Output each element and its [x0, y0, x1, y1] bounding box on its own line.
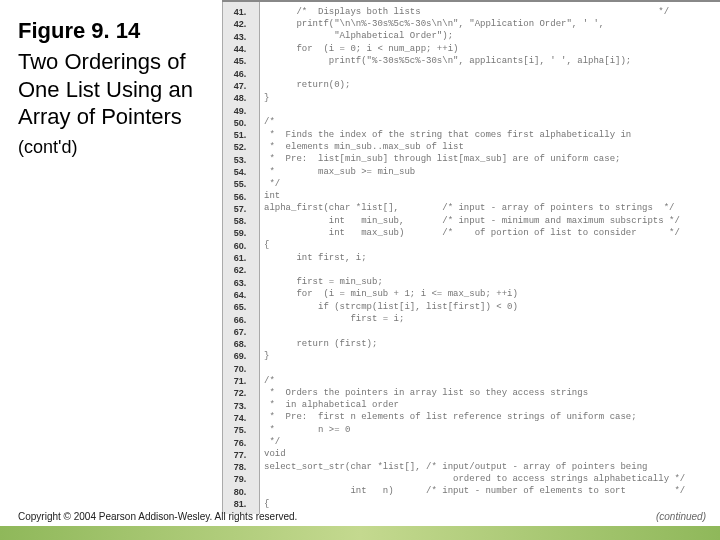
line-number: 53.: [222, 155, 258, 165]
code-text: * elements min_sub..max_sub of list: [258, 142, 464, 153]
code-text: int: [258, 191, 280, 202]
code-line: 53. * Pre: list[min_sub] through list[ma…: [222, 154, 720, 166]
code-text: first = min_sub;: [258, 277, 383, 288]
code-text: for (i = 0; i < num_app; ++i): [258, 44, 458, 55]
code-text: first = i;: [258, 314, 404, 325]
code-lines: 41. /* Displays both lists */42. printf(…: [222, 6, 720, 510]
line-number: 63.: [222, 278, 258, 288]
code-text: * Pre: list[min_sub] through list[max_su…: [258, 154, 620, 165]
code-line: 52. * elements min_sub..max_sub of list: [222, 141, 720, 153]
code-line: 80. int n) /* input - number of elements…: [222, 486, 720, 498]
code-line: 41. /* Displays both lists */: [222, 6, 720, 18]
code-text: {: [258, 240, 269, 251]
line-number: 42.: [222, 19, 258, 29]
code-line: 43. "Alphabetical Order");: [222, 31, 720, 43]
line-number: 46.: [222, 69, 258, 79]
code-line: 62.: [222, 264, 720, 276]
line-number: 81.: [222, 499, 258, 509]
code-text: * in alphabetical order: [258, 400, 399, 411]
code-text: }: [258, 93, 269, 104]
code-line: 47. return(0);: [222, 80, 720, 92]
line-number: 72.: [222, 388, 258, 398]
line-number: 78.: [222, 462, 258, 472]
line-number: 60.: [222, 241, 258, 251]
code-line: 69.}: [222, 350, 720, 362]
code-line: 42. printf("\n\n%-30s%5c%-30s\n\n", "App…: [222, 18, 720, 30]
code-line: 50./*: [222, 117, 720, 129]
line-number: 55.: [222, 179, 258, 189]
code-line: 48.}: [222, 92, 720, 104]
code-text: }: [258, 351, 269, 362]
line-number: 61.: [222, 253, 258, 263]
code-line: 57.alpha_first(char *list[], /* input - …: [222, 203, 720, 215]
code-line: 56.int: [222, 190, 720, 202]
line-number: 49.: [222, 106, 258, 116]
line-number: 43.: [222, 32, 258, 42]
code-text: * Orders the pointers in array list so t…: [258, 388, 588, 399]
code-line: 66. first = i;: [222, 313, 720, 325]
line-number: 54.: [222, 167, 258, 177]
line-number: 67.: [222, 327, 258, 337]
code-text: * Finds the index of the string that com…: [258, 130, 631, 141]
code-line: 60.{: [222, 240, 720, 252]
line-number: 71.: [222, 376, 258, 386]
code-line: 61. int first, i;: [222, 252, 720, 264]
code-line: 74. * Pre: first n elements of list refe…: [222, 412, 720, 424]
code-line: 70.: [222, 363, 720, 375]
code-line: 63. first = min_sub;: [222, 277, 720, 289]
code-line: 65. if (strcmp(list[i], list[first]) < 0…: [222, 301, 720, 313]
code-line: 64. for (i = min_sub + 1; i <= max_sub; …: [222, 289, 720, 301]
code-text: int first, i;: [258, 253, 367, 264]
code-line: 78.select_sort_str(char *list[], /* inpu…: [222, 461, 720, 473]
code-text: int min_sub, /* input - minimum and maxi…: [258, 216, 680, 227]
line-number: 65.: [222, 302, 258, 312]
code-line: 71./*: [222, 375, 720, 387]
code-text: /* Displays both lists */: [258, 7, 669, 18]
code-line: 73. * in alphabetical order: [222, 400, 720, 412]
code-panel: 41. /* Displays both lists */42. printf(…: [222, 0, 720, 514]
code-text: alpha_first(char *list[], /* input - arr…: [258, 203, 674, 214]
code-line: 44. for (i = 0; i < num_app; ++i): [222, 43, 720, 55]
line-number: 68.: [222, 339, 258, 349]
line-number: 52.: [222, 142, 258, 152]
figure-title-block: Figure 9. 14 Two Orderings of One List U…: [18, 18, 208, 158]
code-text: int max_sub) /* of portion of list to co…: [258, 228, 680, 239]
code-text: printf("%-30s%5c%-30s\n", applicants[i],…: [258, 56, 631, 67]
code-line: 54. * max_sub >= min_sub: [222, 166, 720, 178]
line-number: 66.: [222, 315, 258, 325]
copyright-text: Copyright © 2004 Pearson Addison-Wesley.…: [18, 511, 297, 522]
line-number: 79.: [222, 474, 258, 484]
code-text: * Pre: first n elements of list referenc…: [258, 412, 637, 423]
code-line: 81.{: [222, 498, 720, 510]
code-text: ordered to access strings alphabetically…: [258, 474, 685, 485]
figure-continued: (cont'd): [18, 137, 208, 158]
line-number: 51.: [222, 130, 258, 140]
code-text: */: [258, 437, 280, 448]
line-number: 77.: [222, 450, 258, 460]
code-text: /*: [258, 376, 275, 387]
line-number: 74.: [222, 413, 258, 423]
line-number: 73.: [222, 401, 258, 411]
line-number: 64.: [222, 290, 258, 300]
code-text: "Alphabetical Order");: [258, 31, 453, 42]
code-text: * max_sub >= min_sub: [258, 167, 415, 178]
code-line: 77.void: [222, 449, 720, 461]
page-continued-note: (continued): [656, 511, 706, 522]
code-line: 59. int max_sub) /* of portion of list t…: [222, 227, 720, 239]
code-line: 51. * Finds the index of the string that…: [222, 129, 720, 141]
code-text: /*: [258, 117, 275, 128]
line-number: 56.: [222, 192, 258, 202]
line-number: 80.: [222, 487, 258, 497]
code-text: * n >= 0: [258, 425, 350, 436]
line-number: 57.: [222, 204, 258, 214]
code-text: {: [258, 499, 269, 510]
code-line: 49.: [222, 104, 720, 116]
footer-accent-bar: [0, 526, 720, 540]
code-text: return (first);: [258, 339, 377, 350]
code-line: 55. */: [222, 178, 720, 190]
code-line: 46.: [222, 67, 720, 79]
line-number: 59.: [222, 228, 258, 238]
code-line: 45. printf("%-30s%5c%-30s\n", applicants…: [222, 55, 720, 67]
code-line: 68. return (first);: [222, 338, 720, 350]
line-number: 50.: [222, 118, 258, 128]
